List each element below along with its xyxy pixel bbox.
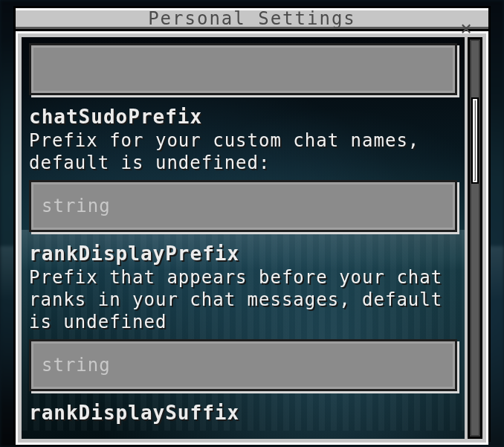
content-area: chatSudoPrefix Prefix for your custom ch… — [16, 31, 488, 445]
scrollbar-thumb[interactable] — [471, 97, 479, 184]
input-placeholder: string — [42, 355, 111, 376]
field-title-rankdisplaysuffix: rankDisplaySuffix — [29, 402, 457, 424]
text-input-previous[interactable] — [29, 43, 457, 95]
titlebar: Personal Settings × — [16, 8, 488, 31]
field-desc-chatsudoprefix: Prefix for your custom chat names, defau… — [29, 129, 457, 174]
close-icon: × — [460, 17, 474, 39]
text-input-rankdisplayprefix[interactable]: string — [29, 339, 457, 391]
window-title: Personal Settings — [148, 8, 356, 29]
scroll-viewport: chatSudoPrefix Prefix for your custom ch… — [22, 37, 465, 439]
field-title-rankdisplayprefix: rankDisplayPrefix — [29, 242, 457, 265]
settings-window: Personal Settings × chatSudoPrefix Prefi… — [13, 6, 491, 442]
scrollbar[interactable] — [468, 37, 482, 439]
text-input-chatsudoprefix[interactable]: string — [29, 180, 457, 232]
field-desc-rankdisplayprefix: Prefix that appears before your chat ran… — [29, 266, 457, 333]
field-title-chatsudoprefix: chatSudoPrefix — [29, 106, 457, 128]
input-placeholder: string — [42, 196, 111, 216]
